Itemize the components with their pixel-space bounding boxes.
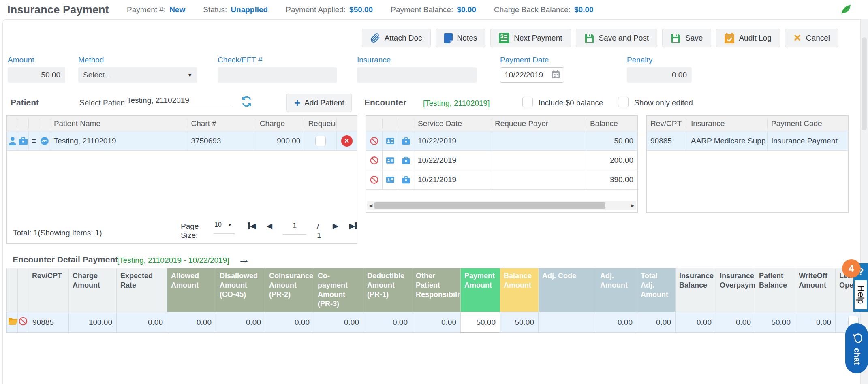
- delete-patient-icon[interactable]: ✕: [341, 135, 353, 147]
- audit-log-button[interactable]: Audit Log: [716, 29, 780, 47]
- amount-label: Amount: [8, 55, 65, 64]
- detail-disallowed-cell[interactable]: 0.00: [216, 312, 265, 333]
- detail-coinsurance-cell[interactable]: 0.00: [265, 312, 314, 333]
- col-expected-rate[interactable]: Expected Rate: [117, 268, 167, 312]
- insurance-input[interactable]: [357, 67, 477, 83]
- detail-other-cell[interactable]: 0.00: [412, 312, 461, 333]
- case-icon[interactable]: [18, 131, 28, 150]
- detail-adj-amount-cell[interactable]: 0.00: [596, 312, 637, 333]
- col-payment-amount[interactable]: Payment Amount: [461, 268, 500, 312]
- prev-page-icon[interactable]: ◀: [266, 221, 272, 230]
- detail-balance-cell: 50.00: [500, 312, 539, 333]
- col-adj-amount[interactable]: Adj. Amount: [596, 268, 637, 312]
- col-insurance-overpayment[interactable]: Insurance Overpayment: [716, 268, 755, 312]
- page-number-input[interactable]: [283, 221, 306, 235]
- detail-allowed-cell[interactable]: 0.00: [167, 312, 216, 333]
- last-page-icon[interactable]: ▶: [349, 221, 357, 230]
- deny-icon[interactable]: [366, 151, 382, 170]
- col-copayment-amount[interactable]: Co-payment Amount (PR-3): [314, 268, 363, 312]
- method-select[interactable]: Select... ▼: [78, 67, 197, 83]
- detail-deductible-cell[interactable]: 0.00: [363, 312, 412, 333]
- attach-doc-button[interactable]: Attach Doc: [362, 29, 431, 47]
- detail-adj-code-cell[interactable]: [539, 312, 596, 333]
- go-arrow-icon[interactable]: →: [238, 253, 250, 265]
- col-deductible-amount[interactable]: Deductible Amount (PR-1): [363, 268, 412, 312]
- notification-badge[interactable]: 4: [842, 259, 861, 278]
- case-icon[interactable]: [398, 151, 414, 170]
- payment-panel: Attach Doc Notes $ Next Payment Save and…: [2, 19, 865, 384]
- payment-amount-input[interactable]: [461, 312, 500, 332]
- encounter-horizontal-scrollbar[interactable]: ◀ ▶: [367, 201, 636, 210]
- insurance-card-icon[interactable]: [382, 170, 398, 189]
- penalty-input[interactable]: [627, 67, 692, 83]
- next-payment-button[interactable]: $ Next Payment: [490, 29, 571, 47]
- chat-button[interactable]: chat: [845, 323, 868, 373]
- add-patient-button[interactable]: + Add Patient: [286, 94, 352, 112]
- first-page-icon[interactable]: ◀: [248, 221, 256, 230]
- scroll-left-icon[interactable]: ◀: [367, 203, 374, 208]
- col-insurance-balance[interactable]: Insurance Balance: [676, 268, 716, 312]
- note-icon: [444, 33, 453, 43]
- deny-icon[interactable]: [366, 131, 382, 150]
- insurance-card-icon[interactable]: [382, 131, 398, 150]
- patient-person-icon[interactable]: [7, 131, 18, 150]
- scrollbar-thumb[interactable]: [374, 202, 605, 209]
- col-patient-name[interactable]: Patient Name: [50, 119, 187, 128]
- include-zero-balance-checkbox[interactable]: [522, 97, 533, 107]
- col-chart[interactable]: Chart #: [187, 119, 255, 128]
- col-requeue-payer[interactable]: Requeue Payer: [491, 119, 586, 128]
- requeue-checkbox[interactable]: [315, 136, 326, 146]
- scrollbar-thumb[interactable]: [862, 37, 867, 130]
- patient-row[interactable]: ≡ Testing, 21102019 3750693 900.00 ✕: [7, 131, 357, 151]
- show-only-edited-checkbox[interactable]: [618, 97, 629, 107]
- col-insurance[interactable]: Insurance: [687, 119, 767, 128]
- patient-heading: Patient: [11, 98, 39, 107]
- menu-lines-icon[interactable]: ≡: [28, 131, 39, 150]
- page-size-select[interactable]: 10 ▼: [214, 221, 235, 234]
- case-icon[interactable]: [398, 131, 414, 150]
- col-allowed-amount[interactable]: Allowed Amount: [167, 268, 216, 312]
- next-page-icon[interactable]: ▶: [333, 221, 339, 230]
- col-adj-code[interactable]: Adj. Code: [539, 268, 596, 312]
- detail-copayment-cell[interactable]: 0.00: [314, 312, 363, 333]
- deny-icon[interactable]: [366, 170, 382, 189]
- check-eft-input[interactable]: [218, 67, 337, 83]
- col-requeue[interactable]: Requeue: [304, 119, 336, 128]
- col-coinsurance-amount[interactable]: Coinsurance Amount (PR-2): [265, 268, 314, 312]
- col-total-adj-amount[interactable]: Total Adj. Amount: [637, 268, 676, 312]
- col-charge-amount[interactable]: Charge Amount: [69, 268, 117, 312]
- encounter-row[interactable]: 10/22/2019 200.00: [366, 151, 637, 170]
- cancel-button[interactable]: ✕ Cancel: [785, 29, 838, 47]
- calendar-icon[interactable]: [552, 70, 560, 80]
- col-writeoff-amount[interactable]: WriteOff Amount: [795, 268, 836, 312]
- col-service-date[interactable]: Service Date: [414, 119, 491, 128]
- pagination: Page Size: 10 ▼ ◀ ◀ / 1 ▶ ▶: [181, 221, 357, 240]
- save-and-post-button[interactable]: Save and Post: [576, 29, 658, 47]
- amount-input[interactable]: [8, 67, 65, 83]
- save-button[interactable]: Save: [662, 29, 711, 47]
- insurance-card-icon[interactable]: [382, 151, 398, 170]
- col-disallowed-amount[interactable]: Disallowed Amount (CO-45): [216, 268, 265, 312]
- col-charge[interactable]: Charge: [256, 119, 304, 128]
- payment-date-input[interactable]: [505, 70, 545, 79]
- encounter-row[interactable]: 10/21/2019 390.00: [366, 170, 637, 190]
- refresh-icon[interactable]: [241, 96, 252, 109]
- save-icon: [584, 33, 594, 43]
- service-date-cell: 10/22/2019: [414, 131, 491, 150]
- gauge-icon[interactable]: [39, 131, 50, 150]
- encounter-row[interactable]: 10/22/2019 50.00: [366, 131, 637, 151]
- scroll-right-icon[interactable]: ▶: [629, 203, 636, 208]
- open-folder-icon[interactable]: [7, 312, 18, 333]
- select-patient-input[interactable]: [125, 96, 233, 107]
- notes-button[interactable]: Notes: [436, 29, 486, 47]
- case-icon[interactable]: [398, 170, 414, 189]
- col-balance[interactable]: Balance: [586, 119, 637, 128]
- col-detail-revcpt[interactable]: Rev/CPT: [28, 268, 69, 312]
- deny-icon[interactable]: [18, 312, 28, 333]
- revcpt-row[interactable]: 90885 AARP Medicare Supp... Insurance Pa…: [647, 131, 848, 151]
- col-revcpt[interactable]: Rev/CPT: [647, 119, 687, 128]
- col-patient-balance[interactable]: Patient Balance: [755, 268, 795, 312]
- col-balance-amount[interactable]: Balance Amount: [500, 268, 539, 312]
- col-payment-code[interactable]: Payment Code: [767, 119, 848, 128]
- col-other-patient-responsibility[interactable]: Other Patient Responsibility: [412, 268, 461, 312]
